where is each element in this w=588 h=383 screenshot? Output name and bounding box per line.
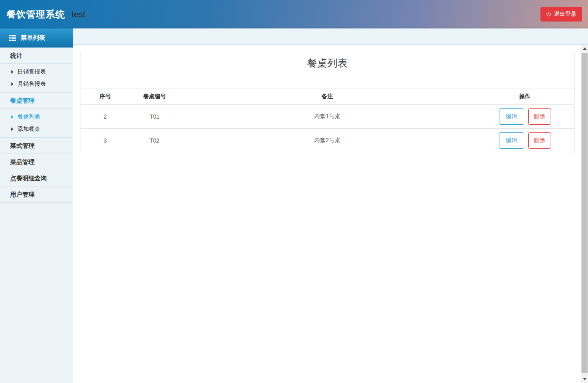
- table-row: 2T01内堂1号桌编辑删除: [80, 105, 574, 129]
- page-title: 餐桌列表: [80, 51, 574, 89]
- sidebar-submenu: 餐桌列表添加餐桌: [0, 109, 73, 138]
- sidebar-menu: 统计日销售报表月销售报表餐桌管理餐桌列表添加餐桌菜式管理菜品管理点餐明细查询用户…: [0, 48, 73, 203]
- app-header: 餐饮管理系统 test 退出登录: [0, 0, 588, 28]
- column-header-no: 餐桌编号: [130, 89, 180, 105]
- tables-table: 序号 餐桌编号 备注 操作 2T01内堂1号桌编辑删除3T02内堂2号桌编辑删除: [80, 89, 574, 153]
- cell-note: 内堂1号桌: [179, 105, 475, 129]
- main-layout: 菜单列表 统计日销售报表月销售报表餐桌管理餐桌列表添加餐桌菜式管理菜品管理点餐明…: [0, 28, 588, 383]
- scrollbar-up-arrow-icon[interactable]: [583, 48, 587, 50]
- triangle-right-icon: [11, 115, 13, 119]
- logged-in-username: test: [72, 9, 85, 19]
- power-icon: [546, 11, 551, 17]
- sidebar-section[interactable]: 菜式管理: [0, 138, 73, 154]
- cell-seq: 3: [80, 129, 130, 153]
- logout-label: 退出登录: [554, 11, 577, 18]
- cell-seq: 2: [80, 105, 130, 129]
- logout-button[interactable]: 退出登录: [540, 7, 582, 22]
- sidebar-item[interactable]: 添加餐桌: [0, 123, 73, 135]
- app-title: 餐饮管理系统: [7, 8, 65, 21]
- list-icon: [9, 35, 16, 41]
- sidebar-menu-header-label: 菜单列表: [21, 34, 45, 42]
- edit-button[interactable]: 编辑: [499, 132, 524, 149]
- sidebar-section[interactable]: 统计: [0, 48, 73, 64]
- cell-note: 内堂2号桌: [179, 129, 475, 153]
- cell-table-no: T02: [130, 129, 180, 153]
- sidebar-submenu: 日销售报表月销售报表: [0, 64, 73, 93]
- column-header-seq: 序号: [80, 89, 130, 105]
- triangle-right-icon: [11, 82, 13, 86]
- sidebar-section[interactable]: 餐桌管理: [0, 93, 73, 109]
- sidebar: 菜单列表 统计日销售报表月销售报表餐桌管理餐桌列表添加餐桌菜式管理菜品管理点餐明…: [0, 28, 73, 383]
- sidebar-menu-header[interactable]: 菜单列表: [0, 28, 73, 48]
- edit-button[interactable]: 编辑: [499, 108, 524, 125]
- triangle-right-icon: [11, 70, 13, 74]
- triangle-right-icon: [11, 128, 13, 131]
- column-header-note: 备注: [179, 89, 475, 105]
- content-top-strip: [73, 28, 588, 45]
- cell-actions: 编辑删除: [475, 129, 574, 153]
- cell-actions: 编辑删除: [475, 105, 574, 129]
- delete-button[interactable]: 删除: [528, 132, 551, 149]
- table-header-row: 序号 餐桌编号 备注 操作: [80, 89, 574, 105]
- column-header-actions: 操作: [475, 89, 574, 105]
- sidebar-section[interactable]: 点餐明细查询: [0, 170, 73, 186]
- sidebar-item-label: 日销售报表: [17, 68, 46, 76]
- sidebar-item[interactable]: 日销售报表: [0, 66, 73, 78]
- sidebar-item[interactable]: 餐桌列表: [0, 111, 73, 123]
- sidebar-item-label: 餐桌列表: [17, 113, 40, 121]
- sidebar-section[interactable]: 菜品管理: [0, 154, 73, 170]
- delete-button[interactable]: 删除: [528, 108, 551, 125]
- scrollbar-down-arrow-icon[interactable]: [583, 378, 587, 380]
- table-card: 餐桌列表 序号 餐桌编号 备注 操作 2T01内堂1号桌编辑删除3T02内堂2号…: [80, 51, 575, 153]
- main-content: 餐桌列表 序号 餐桌编号 备注 操作 2T01内堂1号桌编辑删除3T02内堂2号…: [73, 28, 588, 383]
- sidebar-item[interactable]: 月销售报表: [0, 78, 73, 90]
- sidebar-item-label: 月销售报表: [17, 80, 46, 88]
- cell-table-no: T01: [130, 105, 180, 129]
- scrollbar-thumb[interactable]: [581, 53, 588, 373]
- vertical-scrollbar[interactable]: [581, 45, 588, 383]
- table-row: 3T02内堂2号桌编辑删除: [80, 129, 574, 153]
- sidebar-item-label: 添加餐桌: [17, 126, 40, 133]
- sidebar-section[interactable]: 用户管理: [0, 186, 73, 203]
